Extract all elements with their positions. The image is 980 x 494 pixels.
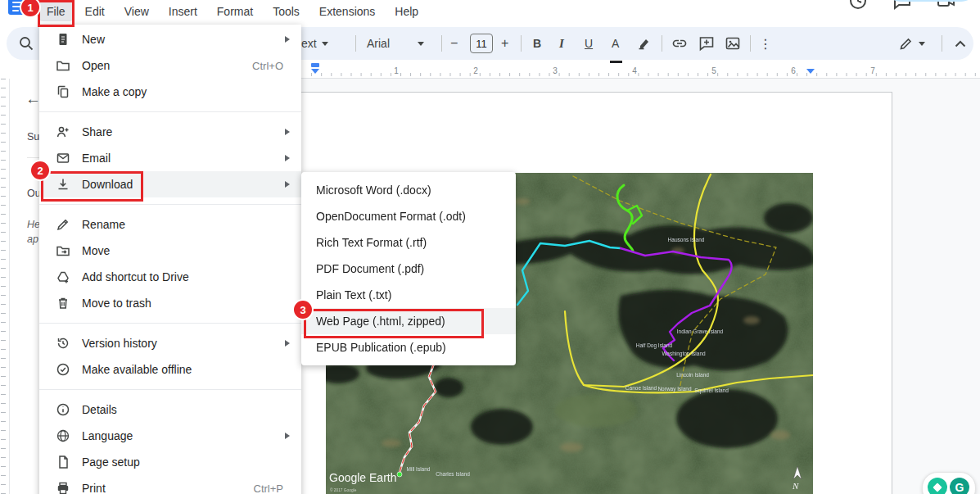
summary-label: Su bbox=[27, 131, 39, 143]
file-menu-item-new[interactable]: New bbox=[39, 26, 301, 52]
file-menu-item-version-history[interactable]: Version history bbox=[39, 330, 301, 356]
file-menu-item-language[interactable]: Language bbox=[39, 423, 301, 449]
submenu-arrow-icon bbox=[285, 36, 290, 43]
chevron-down-icon bbox=[322, 42, 328, 46]
menu-help[interactable]: Help bbox=[387, 2, 426, 21]
menu-edit[interactable]: Edit bbox=[78, 2, 112, 21]
globe-icon bbox=[56, 428, 70, 443]
outline-hint-line2: ap bbox=[27, 233, 38, 245]
file-menu-item-add-shortcut-to-drive[interactable]: Add shortcut to Drive bbox=[39, 264, 301, 290]
track-start-dot bbox=[397, 472, 402, 477]
svg-text:7: 7 bbox=[870, 66, 875, 75]
file-menu-item-move[interactable]: Move bbox=[39, 238, 301, 264]
svg-text:3: 3 bbox=[553, 66, 558, 75]
link-icon bbox=[671, 35, 688, 52]
google-docs-window: ← Su Ou He ap bbox=[0, 0, 980, 494]
map-label: Norway Island bbox=[657, 386, 692, 392]
editing-mode-dropdown[interactable] bbox=[899, 27, 925, 60]
menu-divider bbox=[39, 111, 301, 112]
submenu-arrow-icon bbox=[285, 433, 290, 439]
grammarly-g-icon[interactable]: G bbox=[950, 478, 969, 494]
meet-video-icon[interactable] bbox=[936, 0, 957, 11]
font-size-input[interactable]: 11 bbox=[470, 34, 493, 53]
menu-bar: File Edit View Insert Format Tools Exten… bbox=[39, 2, 426, 21]
drive-shortcut-icon bbox=[56, 270, 70, 284]
chevron-up-icon bbox=[955, 40, 966, 48]
pencil-icon bbox=[899, 36, 914, 51]
annotation-badge-3: 3 bbox=[292, 299, 314, 320]
menu-divider bbox=[39, 389, 301, 390]
email-icon bbox=[56, 151, 70, 165]
file-menu-item-open[interactable]: Open Ctrl+O bbox=[39, 52, 301, 79]
share-person-icon bbox=[56, 125, 70, 139]
annotation-badge-2: 2 bbox=[29, 160, 51, 181]
annotation-box-file bbox=[38, 0, 75, 27]
version-history-icon[interactable] bbox=[847, 0, 869, 11]
increase-font-size-button[interactable]: + bbox=[501, 27, 508, 60]
decrease-font-size-button[interactable]: − bbox=[450, 27, 458, 60]
menu-divider bbox=[39, 204, 301, 205]
font-family-dropdown[interactable]: Arial bbox=[367, 27, 424, 60]
more-toolbar-options-button[interactable]: ⋮ bbox=[759, 27, 772, 60]
add-comment-button[interactable] bbox=[698, 27, 715, 60]
italic-button[interactable]: I bbox=[559, 27, 564, 60]
map-label: Charles Island bbox=[436, 471, 470, 477]
svg-text:2: 2 bbox=[473, 66, 478, 75]
submenu-item-pdf[interactable]: PDF Document (.pdf) bbox=[301, 256, 516, 282]
file-menu-item-email[interactable]: Email bbox=[39, 145, 301, 171]
submenu-item-rtf[interactable]: Rich Text Format (.rtf) bbox=[301, 229, 516, 256]
svg-text:N: N bbox=[792, 481, 799, 491]
highlight-color-button[interactable] bbox=[637, 27, 652, 60]
submenu-item-txt[interactable]: Plain Text (.txt) bbox=[301, 282, 516, 308]
menu-view[interactable]: View bbox=[117, 2, 156, 21]
file-menu-item-share[interactable]: Share bbox=[39, 119, 301, 145]
insert-image-button[interactable] bbox=[725, 27, 741, 60]
open-folder-icon bbox=[56, 58, 70, 73]
submenu-item-odt[interactable]: OpenDocument Format (.odt) bbox=[301, 203, 516, 229]
file-menu-item-print[interactable]: Print Ctrl+P bbox=[39, 475, 301, 494]
menu-insert[interactable]: Insert bbox=[161, 2, 205, 21]
comments-icon[interactable] bbox=[892, 0, 913, 11]
hide-menus-button[interactable] bbox=[955, 27, 966, 60]
menu-format[interactable]: Format bbox=[210, 2, 260, 21]
submenu-item-docx[interactable]: Microsoft Word (.docx) bbox=[301, 177, 516, 203]
highlighter-icon bbox=[637, 36, 652, 51]
map-label: Hausons Island bbox=[668, 237, 705, 242]
bold-button[interactable]: B bbox=[533, 27, 541, 60]
file-menu-item-rename[interactable]: Rename bbox=[39, 211, 301, 238]
insert-link-button[interactable] bbox=[671, 27, 688, 60]
file-menu-item-page-setup[interactable]: Page setup bbox=[39, 449, 301, 475]
underline-button[interactable]: U bbox=[585, 27, 593, 60]
version-history-icon bbox=[56, 336, 70, 351]
info-icon bbox=[56, 402, 70, 417]
annotation-box-download bbox=[41, 171, 143, 202]
menu-tools[interactable]: Tools bbox=[265, 2, 307, 21]
page-setup-icon bbox=[56, 455, 70, 469]
search-icon[interactable] bbox=[18, 35, 34, 52]
grammarly-widget[interactable]: G bbox=[922, 472, 976, 494]
map-label: Indian Grave Island bbox=[677, 329, 724, 334]
file-menu-dropdown: New Open Ctrl+O Make a copy Share bbox=[39, 25, 301, 494]
file-menu-item-move-to-trash[interactable]: Move to trash bbox=[39, 290, 301, 316]
file-menu-item-details[interactable]: Details bbox=[39, 397, 301, 423]
paragraph-styles-dropdown[interactable]: ext bbox=[301, 27, 328, 60]
svg-text:5: 5 bbox=[711, 66, 716, 75]
google-earth-logo: Google Earth bbox=[329, 471, 397, 484]
app-header: File Edit View Insert Format Tools Exten… bbox=[0, 0, 980, 25]
map-copyright: © 2017 Google bbox=[330, 487, 357, 492]
trash-icon bbox=[56, 296, 70, 310]
image-icon bbox=[725, 35, 741, 52]
offline-check-icon bbox=[56, 362, 70, 377]
file-menu-item-make-a-copy[interactable]: Make a copy bbox=[39, 79, 301, 105]
share-button[interactable]: Share bbox=[885, 0, 977, 2]
map-label: Canoe Island bbox=[625, 385, 657, 391]
submenu-arrow-icon bbox=[285, 181, 290, 188]
submenu-arrow-icon bbox=[285, 340, 290, 347]
move-folder-icon bbox=[56, 243, 70, 258]
menu-extensions[interactable]: Extensions bbox=[312, 2, 382, 21]
grammarly-diamond-icon[interactable] bbox=[928, 478, 947, 494]
file-menu-item-make-available-offline[interactable]: Make available offline bbox=[39, 356, 301, 383]
chevron-down-icon bbox=[919, 42, 925, 46]
vertical-ruler[interactable] bbox=[0, 79, 10, 494]
svg-text:4: 4 bbox=[632, 66, 637, 75]
